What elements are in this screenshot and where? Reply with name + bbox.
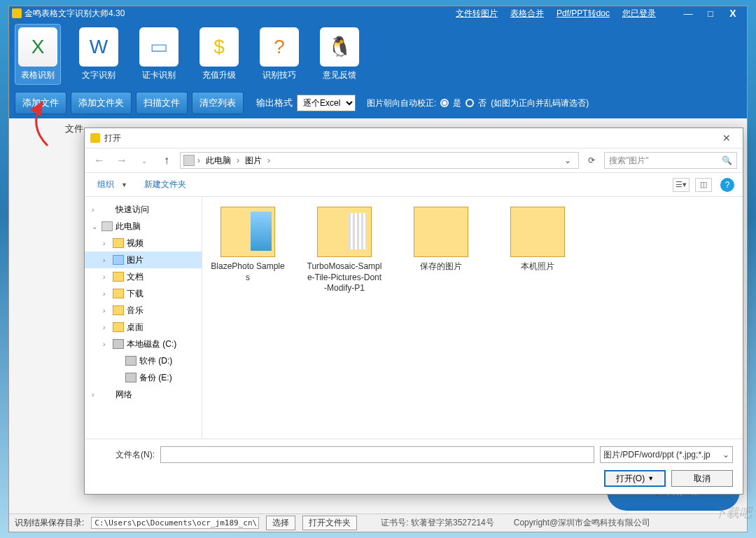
cancel-button[interactable]: 取消 [671,470,733,487]
file-type-filter[interactable]: 图片/PDF/word/ppt (*.jpg;*.jp ⌄ [600,446,733,463]
file-item[interactable]: BlazePhoto Samples [209,207,286,283]
fld-icon [113,238,124,248]
organize-button[interactable]: 组织 [93,176,118,193]
link-merge-tables[interactable]: 表格合并 [510,8,544,20]
minimize-button[interactable]: — [677,6,699,20]
bulb-icon: ? [260,27,299,67]
tree-node[interactable]: ›网络 [85,386,202,403]
tree-label: 图片 [127,254,144,266]
link-pdf-ppt-to-doc[interactable]: Pdf/PPT转doc [556,8,610,20]
coin-icon: $ [200,27,239,67]
choose-dir-button[interactable]: 选择 [266,516,295,530]
option-button-2[interactable]: 扫描文件 [136,92,188,114]
preview-pane-button[interactable]: ◫ [695,178,712,192]
radio-yes-label: 是 [453,97,461,109]
folder-icon [414,207,468,257]
expand-icon: › [103,273,110,281]
file-item[interactable]: TurboMosaic-Sample-Tile-Pictures-Dont-Mo… [306,207,383,294]
link-logged-in[interactable]: 您已登录 [622,8,656,20]
option-button-1[interactable]: 添加文件夹 [71,92,132,114]
fld-icon [113,272,124,282]
radio-no-label: 否 [478,97,486,109]
tree-label: 网络 [115,389,132,401]
output-format-select[interactable]: 逐个Excel [297,95,356,111]
close-button[interactable]: X [722,6,744,20]
chevron-right-icon: › [237,156,239,165]
toolbar-text[interactable]: W文字识别 [76,25,121,84]
tree-label: 视频 [127,237,144,249]
tree-node[interactable]: ›图片 [85,251,202,268]
refresh-button[interactable]: ⟳ [583,156,600,165]
nav-recent-button[interactable]: ⌄ [135,151,153,170]
expand-icon: › [103,340,110,348]
app-icon [12,8,22,18]
orientation-note: (如图为正向并乱码请选否) [491,97,589,109]
file-list: BlazePhoto SamplesTurboMosaic-Sample-Til… [202,197,743,439]
search-input[interactable]: 搜索"图片" 🔍 [604,152,737,169]
tree-node[interactable]: ›下载 [85,285,202,302]
open-button[interactable]: 打开(O) ▼ [604,470,666,487]
chevron-down-icon[interactable]: ▼ [121,181,127,188]
filename-input[interactable] [160,446,594,463]
crumb-pictures[interactable]: 图片 [242,155,265,167]
option-button-0[interactable]: 添加文件 [15,92,66,114]
app-title: 金鸣表格文字识别大师4.30 [24,8,125,20]
maximize-button[interactable]: □ [699,6,722,20]
toolbar-label: 表格识别 [21,69,55,81]
option-button-3[interactable]: 清空列表 [192,92,244,114]
fld-icon [113,322,124,332]
status-bar: 识别结果保存目录: C:\Users\pc\Documents\ocr_jm18… [9,513,747,532]
file-item[interactable]: 保存的图片 [402,207,479,273]
tree-label: 桌面 [127,322,144,333]
search-placeholder: 搜索"图片" [609,155,649,167]
file-item[interactable]: 本机照片 [499,207,576,273]
dialog-titlebar: 打开 ✕ [85,128,743,148]
toolbar-bulb[interactable]: ?识别技巧 [257,25,302,84]
folder-icon [317,207,372,257]
tree-node[interactable]: ›视频 [85,235,202,251]
save-dir-label: 识别结果保存目录: [15,517,84,529]
help-button[interactable]: ? [720,178,734,192]
file-name: BlazePhoto Samples [209,261,286,283]
tree-node[interactable]: 备份 (E:) [85,369,202,386]
crumb-dropdown[interactable]: ⌄ [560,156,575,165]
expand-icon: › [103,307,110,315]
excel-icon: X [18,27,57,67]
file-name: TurboMosaic-Sample-Tile-Pictures-Dont-Mo… [306,261,383,294]
crumb-this-pc[interactable]: 此电脑 [203,155,234,167]
dialog-close-button[interactable]: ✕ [716,132,737,144]
radio-yes[interactable] [440,99,449,107]
nav-up-button[interactable]: ↑ [158,151,176,170]
toolbar-qq[interactable]: 🐧意见反馈 [317,25,362,84]
link-file-to-image[interactable]: 文件转图片 [456,8,498,20]
chevron-right-icon: › [267,156,270,165]
expand-icon: › [103,240,110,247]
breadcrumb[interactable]: › 此电脑 › 图片 › ⌄ [180,152,579,169]
file-column-label: 文件 [65,123,83,135]
tree-node[interactable]: 软件 (D:) [85,352,202,369]
toolbar-excel[interactable]: X表格识别 [15,24,61,85]
save-dir-path: C:\Users\pc\Documents\ocr_jm189_cn\ [91,517,259,529]
open-folder-button[interactable]: 打开文件夹 [302,516,357,530]
toolbar-coin[interactable]: $充值升级 [197,25,241,84]
chevron-down-icon: ▼ [648,475,654,482]
toolbar-label: 识别技巧 [262,69,296,81]
toolbar-label: 充值升级 [202,69,236,81]
dialog-icon [90,133,100,143]
toolbar-card[interactable]: ▭证卡识别 [136,25,181,84]
tree-node[interactable]: ›音乐 [85,302,202,319]
new-folder-button[interactable]: 新建文件夹 [140,176,190,193]
tree-node[interactable]: ›文档 [85,268,202,285]
tree-node[interactable]: ›桌面 [85,319,202,336]
nav-forward-button[interactable]: → [113,151,131,170]
tree-label: 音乐 [127,305,144,317]
radio-no[interactable] [465,99,474,107]
tree-node[interactable]: ⌄此电脑 [85,218,202,235]
search-icon: 🔍 [722,156,732,165]
nav-back-button[interactable]: ← [90,151,108,170]
tree-node[interactable]: ›本地磁盘 (C:) [85,336,202,352]
tree-label: 此电脑 [115,221,141,233]
tree-label: 备份 (E:) [139,372,172,384]
tree-node[interactable]: ›快速访问 [85,201,202,218]
view-mode-button[interactable]: ☰▾ [673,178,690,192]
